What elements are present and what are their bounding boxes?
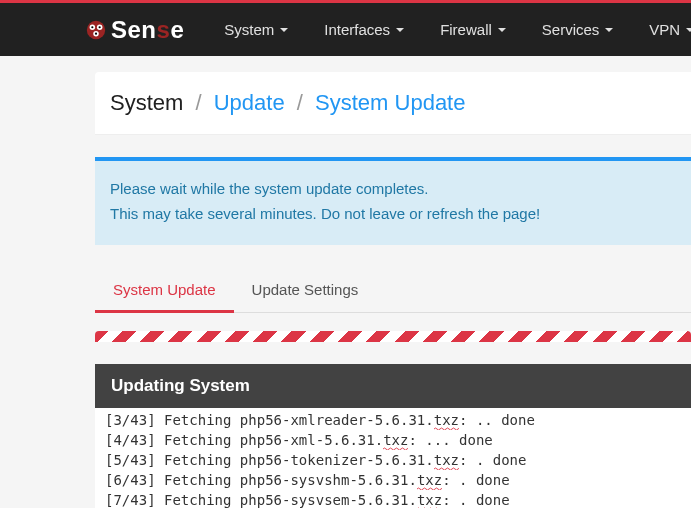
brand-logo[interactable]: Sense [85,16,184,44]
terminal-line: [4/43] Fetching php56-xml-5.6.31.txz: ..… [105,430,691,450]
terminal-line: [3/43] Fetching php56-xmlreader-5.6.31.t… [105,410,691,430]
breadcrumb: System / Update / System Update [95,72,691,135]
breadcrumb-link-system-update[interactable]: System Update [315,90,465,115]
terminal-line: [7/43] Fetching php56-sysvsem-5.6.31.txz… [105,490,691,509]
terminal-output: [3/43] Fetching php56-xmlreader-5.6.31.t… [95,408,691,509]
terminal-line: [6/43] Fetching php56-sysvshm-5.6.31.txz… [105,470,691,490]
svg-point-4 [91,26,93,28]
breadcrumb-separator: / [291,90,309,115]
nav-label: Firewall [440,21,492,38]
nav-label: VPN [649,21,680,38]
chevron-down-icon [280,28,288,32]
nav-item-interfaces[interactable]: Interfaces [306,3,422,56]
nav-item-vpn[interactable]: VPN [631,3,691,56]
brand-icon [85,19,107,41]
alert-info: Please wait while the system update comp… [95,161,691,245]
nav-items: System Interfaces Firewall Services VPN [206,3,691,56]
navbar: Sense System Interfaces Firewall Service… [0,3,691,56]
nav-label: Services [542,21,600,38]
content: System / Update / System Update Please w… [0,72,691,508]
nav-item-system[interactable]: System [206,3,306,56]
chevron-down-icon [605,28,613,32]
breadcrumb-root: System [110,90,183,115]
nav-item-firewall[interactable]: Firewall [422,3,524,56]
breadcrumb-link-update[interactable]: Update [214,90,285,115]
breadcrumb-separator: / [189,90,207,115]
tab-system-update[interactable]: System Update [95,269,234,313]
alert-line: This may take several minutes. Do not le… [110,202,676,227]
nav-label: System [224,21,274,38]
nav-label: Interfaces [324,21,390,38]
chevron-down-icon [498,28,506,32]
svg-point-6 [95,32,97,34]
tabs: System Update Update Settings [95,269,691,313]
chevron-down-icon [396,28,404,32]
chevron-down-icon [686,28,691,32]
terminal-line: [5/43] Fetching php56-tokenizer-5.6.31.t… [105,450,691,470]
svg-point-5 [99,26,101,28]
panel-title: Updating System [95,364,691,408]
brand-text: Sense [111,16,184,44]
tab-update-settings[interactable]: Update Settings [234,269,377,312]
nav-item-services[interactable]: Services [524,3,632,56]
progress-stripe [95,331,691,342]
alert-line: Please wait while the system update comp… [110,177,676,202]
